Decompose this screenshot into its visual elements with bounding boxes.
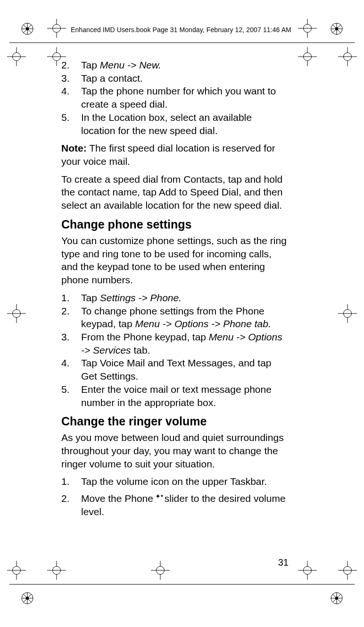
list-text: Tap the phone number for which you want … — [81, 85, 288, 110]
crop-cross — [298, 19, 317, 38]
list-num: 1. — [61, 475, 81, 488]
reg-mark-tl — [21, 23, 33, 35]
list-num: 4. — [61, 85, 81, 110]
list-num: 2. — [61, 59, 81, 72]
list-item: 2. Move the Phone slider to the desired … — [61, 492, 288, 518]
crop-cross — [298, 47, 317, 66]
page-body: 2. Tap Menu -> New. 3. Tap a contact. 4.… — [61, 59, 288, 523]
paragraph: To create a speed dial from Contacts, ta… — [61, 173, 288, 212]
crop-cross — [151, 561, 170, 580]
list-text: Tap Menu -> New. — [81, 59, 288, 72]
list-item: 1. Tap the volume icon on the upper Task… — [61, 475, 288, 488]
note-block: Note: The first speed dial location is r… — [61, 142, 288, 168]
list-item: 1. Tap Settings -> Phone. — [61, 291, 288, 305]
reg-mark-br — [331, 592, 343, 604]
list-num: 1. — [61, 291, 81, 305]
list-item: 2. To change phone settings from the Pho… — [61, 305, 288, 330]
list-text: Move the Phone slider to the desired vol… — [81, 492, 288, 518]
list-num: 3. — [61, 72, 81, 85]
crop-cross — [7, 561, 26, 580]
list-num: 3. — [61, 330, 81, 356]
list-num: 5. — [61, 383, 81, 409]
page-number: 31 — [278, 557, 289, 568]
top-rule — [9, 42, 355, 43]
list-num: 2. — [61, 305, 81, 330]
list-text: Tap Voice Mail and Text Messages, and ta… — [81, 356, 288, 382]
reg-mark-tr — [331, 23, 343, 35]
list-item: 4. Tap the phone number for which you wa… — [61, 85, 288, 110]
crop-cross — [338, 47, 357, 66]
list-a: 2. Tap Menu -> New. 3. Tap a contact. 4.… — [61, 59, 288, 137]
header-text: Enhanced IMD Users.book Page 31 Monday, … — [71, 26, 291, 34]
crop-cross — [7, 304, 26, 323]
bottom-rule — [9, 584, 355, 585]
crop-cross — [298, 561, 317, 580]
phone-volume-icon — [156, 494, 165, 502]
list-num: 5. — [61, 111, 81, 137]
list-item: 5. Enter the voice mail or text message … — [61, 383, 288, 409]
list-text: Tap the volume icon on the upper Taskbar… — [81, 475, 288, 488]
list-text: Tap a contact. — [81, 72, 288, 85]
crop-cross — [47, 19, 66, 38]
list-text: Tap Settings -> Phone. — [81, 291, 288, 305]
heading-change-phone-settings: Change phone settings — [61, 217, 288, 232]
list-text: To change phone settings from the Phone … — [81, 305, 288, 330]
note-label: Note: — [61, 143, 87, 153]
list-c: 1. Tap the volume icon on the upper Task… — [61, 475, 288, 518]
reg-mark-bl — [21, 592, 33, 604]
list-item: 3. From the Phone keypad, tap Menu -> Op… — [61, 330, 288, 356]
crop-cross — [338, 304, 357, 323]
note-text: The first speed dial location is reserve… — [61, 143, 275, 167]
crop-cross — [7, 47, 26, 66]
heading-change-ringer-volume: Change the ringer volume — [61, 414, 288, 429]
list-item: 4. Tap Voice Mail and Text Messages, and… — [61, 356, 288, 382]
list-text: In the Location box, select an available… — [81, 111, 288, 137]
paragraph: As you move between loud and quiet surro… — [61, 431, 288, 470]
list-item: 3. Tap a contact. — [61, 72, 288, 85]
list-b: 1. Tap Settings -> Phone. 2. To change p… — [61, 291, 288, 409]
crop-cross — [338, 561, 357, 580]
list-num: 4. — [61, 356, 81, 382]
list-num: 2. — [61, 492, 81, 518]
crop-cross — [47, 561, 66, 580]
list-text: From the Phone keypad, tap Menu -> Optio… — [81, 330, 288, 356]
list-item: 2. Tap Menu -> New. — [61, 59, 288, 72]
list-text: Enter the voice mail or text message pho… — [81, 383, 288, 409]
paragraph: You can customize phone settings, such a… — [61, 234, 288, 287]
list-item: 5. In the Location box, select an availa… — [61, 111, 288, 137]
